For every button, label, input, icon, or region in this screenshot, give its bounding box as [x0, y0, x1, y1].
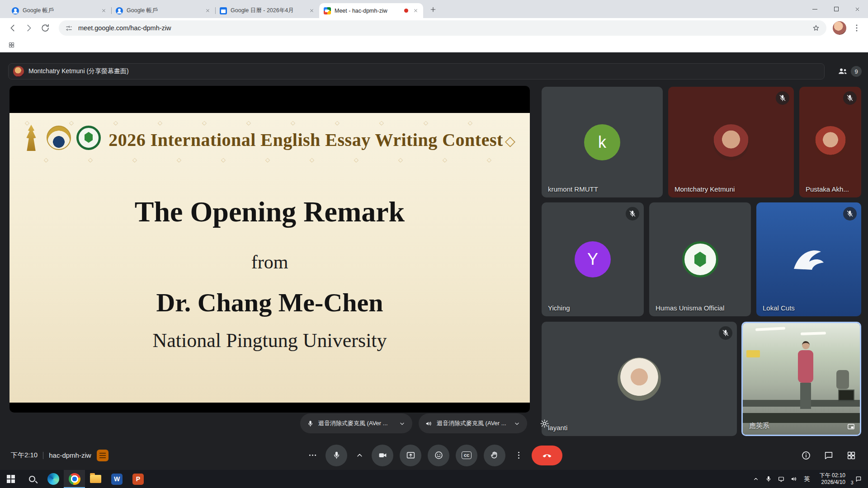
clock-date: 2026/4/10: [817, 479, 845, 486]
device-bar: 迴音消除式麥克風 (AVer ... 迴音消除式麥克風 (AVer ...: [300, 413, 553, 433]
word-icon: W: [111, 474, 123, 485]
back-button[interactable]: [5, 21, 20, 35]
more-options-button[interactable]: [512, 445, 525, 466]
slide-header: 2026 International English Essay Writing…: [100, 129, 512, 150]
settings-button[interactable]: [535, 414, 553, 432]
browser-menu-button[interactable]: [851, 22, 863, 34]
self-view-tile[interactable]: 應英系: [741, 322, 861, 436]
participant-tile-layanti[interactable]: layanti: [542, 322, 737, 436]
bookmark-star-icon[interactable]: [812, 24, 820, 32]
mic-off-icon: [626, 207, 639, 221]
call-end-icon: [542, 450, 552, 461]
browser-toolbar: meet.google.com/hac-dpmh-ziw: [0, 18, 868, 38]
tray-volume-button[interactable]: [788, 470, 800, 488]
tab-google-account-2[interactable]: Google 帳戶: [111, 3, 215, 18]
present-icon: [406, 450, 415, 460]
tab-close-icon[interactable]: [308, 7, 316, 14]
search-button[interactable]: [21, 470, 42, 488]
avatar-initial: Y: [575, 241, 611, 277]
powerpoint-icon: P: [132, 474, 144, 485]
tab-close-icon[interactable]: [100, 7, 108, 14]
tab-google-account-1[interactable]: Google 帳戶: [7, 3, 111, 18]
tab-close-icon[interactable]: [204, 7, 212, 14]
diamond-pattern-row: ◇◇◇◇◇◇◇◇◇◇◇: [44, 156, 530, 164]
speaker-icon: [425, 420, 433, 427]
presenter-avatar: [13, 66, 24, 77]
tray-mic-button[interactable]: [762, 470, 775, 488]
participant-tile-lokal-cuts[interactable]: Lokal Cuts: [756, 202, 861, 316]
notification-button[interactable]: 3: [849, 470, 868, 488]
meet-favicon: [324, 7, 331, 14]
word-taskbar-icon[interactable]: W: [106, 470, 127, 488]
mic-device-select[interactable]: 迴音消除式麥克風 (AVer ...: [300, 413, 412, 433]
chrome-taskbar-icon[interactable]: [64, 470, 85, 488]
bird-logo: [789, 244, 828, 275]
meeting-panels: [801, 441, 856, 470]
participant-name: Lokal Cuts: [763, 304, 795, 312]
chat-button[interactable]: [824, 450, 834, 460]
raise-hand-button[interactable]: [484, 445, 505, 466]
tab-google-calendar[interactable]: Google 日曆 - 2026年4月: [215, 3, 319, 18]
avatar-photo: [814, 126, 847, 159]
system-clock[interactable]: 下午 02:10 2026/4/10: [814, 472, 849, 486]
participant-count-badge: 9: [851, 66, 862, 77]
participant-tile-montchatry[interactable]: Montchatry Ketmuni: [668, 87, 794, 197]
system-tray: 英 下午 02:10 2026/4/10 3: [750, 470, 868, 488]
edge-taskbar-icon[interactable]: [42, 470, 64, 488]
google-account-favicon: [116, 7, 123, 14]
gear-icon: [540, 419, 549, 428]
presenter-banner: Montchatry Ketmuni (分享螢幕畫面): [8, 63, 825, 80]
captions-button[interactable]: cc: [456, 445, 477, 466]
pip-icon[interactable]: [847, 422, 855, 431]
camera-button[interactable]: [372, 445, 393, 466]
tray-display-button[interactable]: [775, 470, 788, 488]
window-minimize-button[interactable]: [804, 0, 826, 18]
window-maximize-button[interactable]: [826, 0, 847, 18]
participant-tile-yiching[interactable]: Y Yiching: [542, 202, 644, 316]
forward-button[interactable]: [22, 21, 36, 35]
participants-button[interactable]: 9: [837, 62, 862, 80]
info-button[interactable]: [801, 450, 811, 460]
new-tab-button[interactable]: [427, 3, 439, 16]
url-bar[interactable]: meet.google.com/hac-dpmh-ziw: [59, 20, 826, 36]
info-icon: [801, 450, 811, 460]
site-settings-icon[interactable]: [65, 24, 73, 32]
meeting-tool-icon[interactable]: [97, 450, 108, 461]
tab-close-icon[interactable]: [412, 7, 420, 14]
browser-tab-strip: Google 帳戶 Google 帳戶 Google 日曆 - 2026年4月 …: [0, 0, 868, 18]
apps-grid-icon: [846, 450, 856, 460]
powerpoint-taskbar-icon[interactable]: P: [127, 470, 149, 488]
more-controls-button[interactable]: [306, 445, 319, 466]
tab-title: Google 日曆 - 2026年4月: [231, 7, 304, 14]
reactions-button[interactable]: [428, 445, 449, 466]
file-explorer-taskbar-icon[interactable]: [85, 470, 106, 488]
mic-off-icon: [719, 326, 732, 340]
leave-call-button[interactable]: [532, 446, 562, 465]
wall-sign: [746, 350, 760, 357]
profile-avatar[interactable]: [833, 21, 846, 35]
language-indicator[interactable]: 英: [800, 470, 814, 488]
apps-grid-shortcut-icon[interactable]: [8, 42, 15, 48]
google-account-favicon: [12, 7, 19, 14]
mic-button[interactable]: [326, 445, 347, 466]
meet-app: Montchatry Ketmuni (分享螢幕畫面) 9 ◇◇◇◇◇◇◇◇◇◇…: [0, 52, 868, 470]
speaker-device-select[interactable]: 迴音消除式麥克風 (AVer ...: [419, 413, 527, 433]
avatar-logo: [682, 241, 718, 277]
screen-share-tile[interactable]: ◇◇◇◇◇◇◇◇◇◇◇ ◇◇◇◇◇◇◇◇◇◇◇ ◇ 2026 Internati…: [9, 86, 530, 413]
slide-from: from: [9, 251, 530, 273]
audio-options-chevron[interactable]: [354, 445, 365, 466]
window-close-button[interactable]: [847, 0, 868, 18]
notification-count: 3: [850, 480, 854, 485]
folder-icon: [90, 475, 101, 483]
participant-tile-humas-unisma[interactable]: Humas Unisma Official: [649, 202, 751, 316]
activities-button[interactable]: [846, 450, 856, 460]
start-button[interactable]: [0, 470, 21, 488]
participant-tile-krumont[interactable]: k krumont RMUTT: [542, 87, 663, 197]
thai-emblem-icon: [21, 125, 41, 151]
present-button[interactable]: [400, 445, 421, 466]
participant-tile-pustaka[interactable]: Pustaka Akh...: [799, 87, 861, 197]
tray-expand-button[interactable]: [750, 470, 762, 488]
refresh-button[interactable]: [38, 21, 52, 35]
chat-icon: [824, 450, 834, 460]
tab-meet-active[interactable]: Meet - hac-dpmh-ziw: [319, 3, 423, 18]
